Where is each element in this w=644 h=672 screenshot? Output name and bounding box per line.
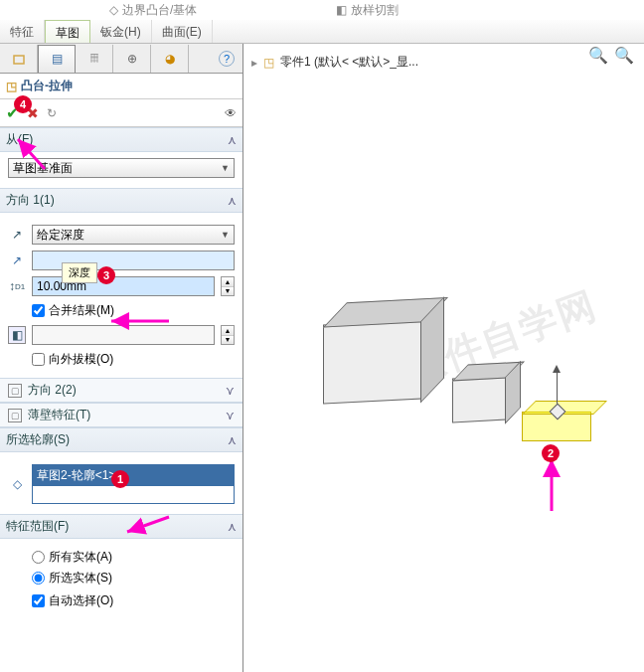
confirm-bar: ✔ ✖ ↻ 👁 4	[0, 99, 242, 127]
annotation-1: 1	[111, 470, 129, 488]
loft-icon: ◧	[336, 3, 347, 17]
depth-tooltip: 深度	[62, 262, 97, 283]
scope-auto-label: 自动选择(O)	[49, 592, 113, 609]
pm-tab-dimxpert[interactable]: ⊕	[113, 45, 151, 73]
spinner-down[interactable]: ▼	[222, 287, 234, 296]
tab-sketch[interactable]: 草图	[45, 20, 90, 43]
end-condition-value: 给定深度	[37, 227, 84, 244]
depth-input[interactable]	[32, 276, 215, 296]
palette-icon: ◕	[165, 52, 175, 66]
merge-result-label: 合并结果(M)	[49, 302, 114, 319]
help-icon[interactable]: ?	[219, 51, 235, 67]
collapse-icon: ⋏	[228, 520, 237, 534]
scope-all-radio[interactable]	[32, 551, 45, 564]
section-dir2-label: 方向 2(2)	[28, 382, 77, 399]
pm-tab-strip: ▤ 𝄜 ⊕ ◕ ?	[0, 44, 242, 74]
section-contours-label: 所选轮廓(S)	[6, 431, 70, 448]
scope-selected-label: 所选实体(S)	[49, 570, 112, 587]
section-contours-header[interactable]: 所选轮廓(S) ⋏	[0, 427, 242, 452]
section-dir1-body: ↗ 给定深度 ▼ ↗ 深度 ↕D1 ▲▼ 3 合并结果(M)	[0, 213, 242, 378]
svg-rect-0	[14, 56, 24, 64]
draft-spinner[interactable]: ▲▼	[221, 325, 235, 345]
scope-auto-checkbox[interactable]	[32, 594, 45, 607]
pm-tab-feature-tree[interactable]	[0, 45, 38, 73]
depth-spinner[interactable]: ▲▼	[221, 276, 235, 296]
expand-icon: ⋎	[226, 409, 235, 422]
contour-item[interactable]: 草图2-轮廓<1>	[33, 465, 234, 486]
selected-contours-list[interactable]: 草图2-轮廓<1>	[32, 464, 235, 504]
section-from-header[interactable]: 从(F) ⋏	[0, 127, 242, 152]
section-dir1-label: 方向 1(1)	[6, 192, 55, 209]
feature-header: ◳ 凸台-拉伸	[0, 74, 242, 99]
section-scope-label: 特征范围(F)	[6, 518, 69, 535]
collapse-icon: ⋏	[228, 133, 237, 147]
command-tab-bar: 特征 草图 钣金(H) 曲面(E)	[0, 20, 644, 44]
from-value: 草图基准面	[13, 160, 73, 177]
spinner-down[interactable]: ▼	[222, 336, 234, 345]
chevron-down-icon: ▼	[221, 163, 230, 173]
pm-tab-appearance[interactable]: ◕	[151, 45, 189, 73]
cube-icon: ◇	[109, 3, 118, 17]
annotation-3: 3	[97, 266, 115, 284]
tab-feature[interactable]: 特征	[0, 20, 45, 43]
cmd-label: 边界凸台/基体	[122, 2, 197, 19]
section-dir2-header[interactable]: ▢ 方向 2(2) ⋎	[0, 378, 242, 403]
section-contours-body: ◇ 草图2-轮廓<1> 1	[0, 452, 242, 514]
checkbox-icon: ▢	[8, 409, 22, 422]
annotation-arrows	[243, 44, 641, 672]
annotation-2: 2	[542, 444, 560, 462]
property-icon: ▤	[52, 52, 63, 66]
section-from-body: 草图基准面 ▼	[0, 152, 242, 188]
spinner-up[interactable]: ▲	[222, 277, 234, 287]
tab-sheetmetal[interactable]: 钣金(H)	[90, 20, 152, 43]
from-combo[interactable]: 草图基准面 ▼	[8, 158, 235, 178]
depth-icon: ↕D1	[8, 277, 26, 295]
top-ribbon-disabled: ◇ 边界凸台/基体 ◧ 放样切割	[0, 0, 644, 20]
section-thin-label: 薄壁特征(T)	[28, 407, 90, 423]
draft-angle-input[interactable]	[32, 325, 215, 345]
cmd-boundary-boss: ◇ 边界凸台/基体	[103, 2, 203, 19]
feature-title: 凸台-拉伸	[21, 78, 73, 94]
property-manager-panel: ▤ 𝄜 ⊕ ◕ ? ◳ 凸台-拉伸 ✔ ✖ ↻ 👁 4 从(F) ⋏ 草图基准面…	[0, 44, 243, 672]
chevron-down-icon: ▼	[221, 230, 230, 240]
spinner-up[interactable]: ▲	[222, 326, 234, 336]
feature-tree-icon	[11, 51, 27, 67]
cmd-label: 放样切割	[351, 2, 399, 19]
pm-tab-config[interactable]: 𝄜	[76, 45, 113, 73]
scope-selected-radio[interactable]	[32, 572, 45, 585]
reverse-direction-button[interactable]: ↗	[8, 226, 26, 244]
annotation-4: 4	[14, 95, 32, 113]
section-dir1-header[interactable]: 方向 1(1) ⋏	[0, 188, 242, 213]
expand-icon: ⋎	[226, 384, 235, 398]
section-thin-header[interactable]: ▢ 薄壁特征(T) ⋎	[0, 403, 242, 427]
section-from-label: 从(F)	[6, 131, 33, 148]
section-scope-body: 所有实体(A) 所选实体(S) 自动选择(O)	[0, 539, 242, 619]
draft-outward-checkbox[interactable]	[32, 353, 45, 366]
tab-surface[interactable]: 曲面(E)	[152, 20, 213, 43]
preview-button[interactable]: 👁	[225, 106, 237, 120]
merge-result-checkbox[interactable]	[32, 304, 45, 317]
draft-button[interactable]: ◧	[8, 326, 26, 344]
target-icon: ⊕	[127, 52, 137, 66]
pin-button[interactable]: ↻	[47, 106, 57, 120]
cmd-loft-cut: ◧ 放样切割	[330, 2, 404, 19]
draft-outward-label: 向外拔模(O)	[49, 351, 113, 368]
config-icon: 𝄜	[90, 52, 98, 66]
end-condition-combo[interactable]: 给定深度 ▼	[32, 225, 235, 245]
contour-selector-icon: ◇	[8, 475, 26, 493]
pm-tab-property[interactable]: ▤	[38, 45, 76, 73]
scope-all-label: 所有实体(A)	[49, 549, 112, 566]
checkbox-icon: ▢	[8, 384, 22, 398]
extrude-icon: ◳	[6, 80, 17, 93]
direction-vector-icon[interactable]: ↗	[8, 252, 26, 269]
graphics-viewport[interactable]: 🔍 🔍 ▸ ◳ 零件1 (默认< <默认>_显... 软件自学网 2	[243, 44, 644, 672]
collapse-icon: ⋏	[228, 433, 237, 447]
section-scope-header[interactable]: 特征范围(F) ⋏	[0, 514, 242, 539]
collapse-icon: ⋏	[228, 194, 237, 208]
